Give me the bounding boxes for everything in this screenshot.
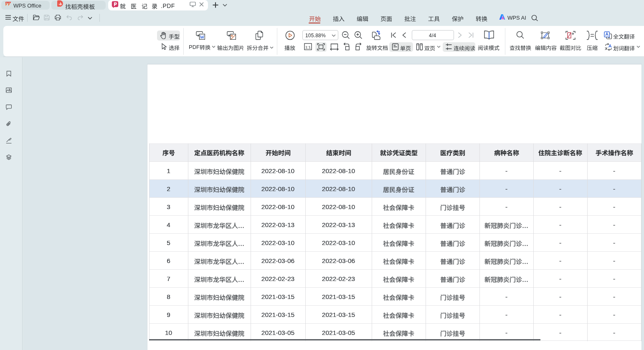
svg-text:1:1: 1:1 (305, 45, 311, 49)
